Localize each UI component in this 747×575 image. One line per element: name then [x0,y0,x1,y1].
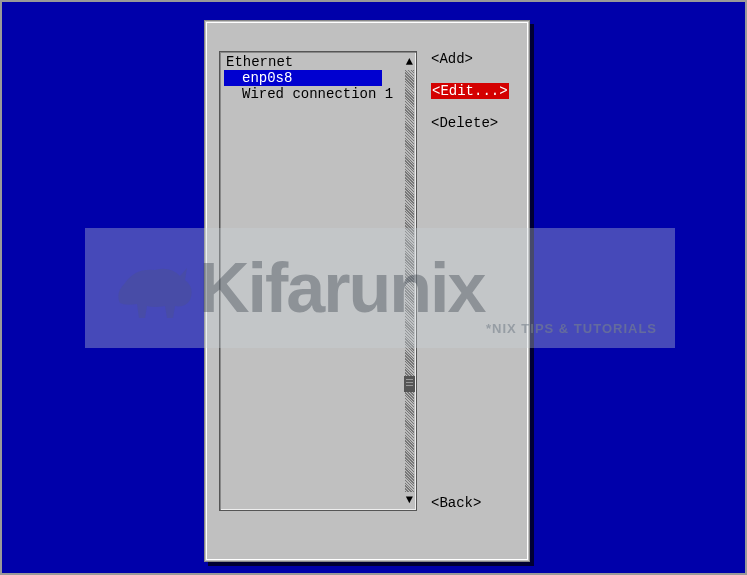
scroll-track[interactable] [405,70,414,492]
dialog-content: Ethernet enp0s8 Wired connection 1 ▲ ▼ <… [219,51,515,547]
list-header-ethernet: Ethernet [224,54,402,70]
edit-button[interactable]: <Edit...> [431,83,509,99]
list-item[interactable]: enp0s8 [224,70,382,86]
add-button[interactable]: <Add> [431,51,509,67]
delete-button[interactable]: <Delete> [431,115,509,131]
back-button[interactable]: <Back> [431,495,481,511]
rhino-icon [105,248,205,328]
scroll-thumb[interactable] [404,376,415,392]
list-item[interactable]: Wired connection 1 [224,86,402,102]
action-buttons: <Add> <Edit...> <Delete> [431,51,509,147]
nmtui-dialog: Ethernet enp0s8 Wired connection 1 ▲ ▼ <… [204,20,530,562]
scroll-down-arrow[interactable]: ▼ [406,494,413,506]
scroll-up-arrow[interactable]: ▲ [406,56,413,68]
connection-listbox[interactable]: Ethernet enp0s8 Wired connection 1 ▲ ▼ [219,51,417,511]
connection-list: Ethernet enp0s8 Wired connection 1 [224,54,402,508]
